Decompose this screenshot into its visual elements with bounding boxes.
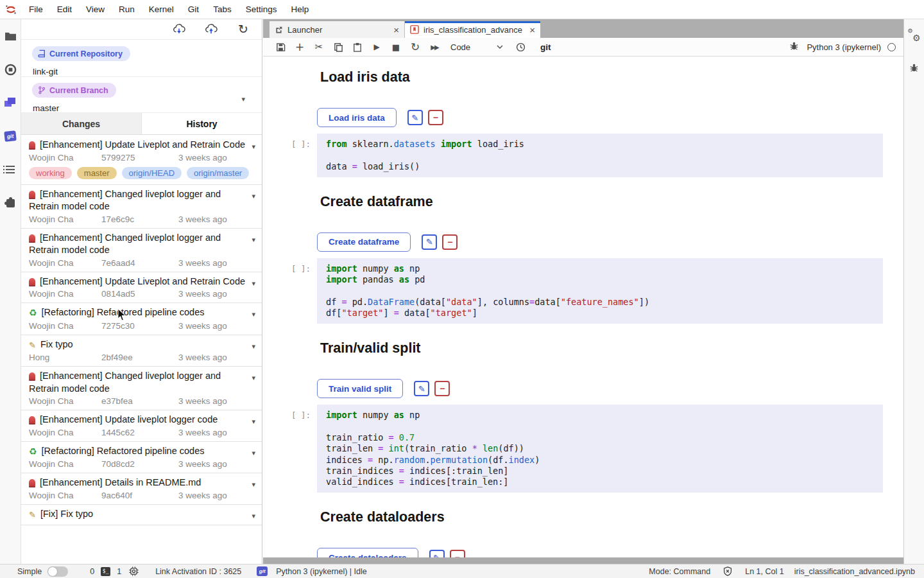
link-extension-icon[interactable]: [2, 94, 19, 112]
run-icon[interactable]: ▶: [367, 39, 386, 55]
git-push-icon[interactable]: [204, 23, 218, 36]
tab-launcher[interactable]: Launcher ×: [270, 21, 405, 38]
commit-item[interactable]: [Enhancement] Details in README.md▾Wooji…: [21, 473, 262, 505]
commit-author: Woojin Cha: [29, 428, 101, 437]
commit-date: 3 weeks ago: [178, 491, 227, 500]
commit-expand-caret[interactable]: ▾: [252, 279, 255, 288]
commit-item[interactable]: [Enhancement] Changed liveplot logger an…: [21, 367, 262, 410]
menu-file[interactable]: File: [22, 0, 50, 19]
code-line: import pandas as pd: [326, 274, 874, 285]
property-inspector-icon[interactable]: ⚙⚙: [908, 30, 921, 42]
commit-item[interactable]: [Enhancement] Update liveplot logger cod…: [21, 410, 262, 442]
running-kernels-icon[interactable]: [2, 60, 19, 78]
cut-icon[interactable]: ✂: [309, 39, 329, 55]
kernel-status-icon[interactable]: [887, 43, 896, 51]
minus-icon: −: [447, 238, 452, 247]
code-cell[interactable]: import numpy as npimport pandas as pd df…: [317, 258, 883, 324]
menu-edit[interactable]: Edit: [50, 0, 79, 19]
cell-action-button[interactable]: Create dataloaders: [317, 548, 418, 557]
repository-name: link-git: [33, 67, 262, 76]
branch-dropdown-caret[interactable]: ▾: [241, 95, 245, 103]
code-line: train_ratio = 0.7: [326, 432, 874, 443]
add-cell-icon[interactable]: +: [290, 39, 309, 55]
tab-notebook[interactable]: iris_classification_advance ×: [405, 21, 540, 38]
close-tab-icon[interactable]: ×: [529, 25, 535, 35]
commit-item[interactable]: [Enhancement] Update Liveplot and Retrai…: [21, 272, 262, 304]
menu-tabs[interactable]: Tabs: [206, 0, 239, 19]
cursor-position[interactable]: Ln 1, Col 1: [745, 567, 783, 576]
edit-cell-button[interactable]: ✎: [407, 110, 423, 125]
tab-changes[interactable]: Changes: [21, 113, 142, 134]
commit-item[interactable]: ♻[Refactoring] Refactored pipeline codes…: [21, 303, 262, 335]
commit-expand-caret[interactable]: ▾: [252, 310, 255, 319]
file-browser-icon[interactable]: [2, 27, 19, 45]
chevron-down-icon: [497, 45, 503, 49]
code-cell[interactable]: import numpy as np train_ratio = 0.7trai…: [317, 405, 883, 493]
commit-expand-caret[interactable]: ▾: [252, 449, 255, 457]
edit-cell-button[interactable]: ✎: [422, 234, 437, 250]
commit-author: Woojin Cha: [29, 491, 101, 500]
commit-title: [Enhancement] Update liveplot logger cod…: [29, 414, 245, 426]
history-clock-icon[interactable]: [511, 39, 530, 55]
commit-expand-caret[interactable]: ▾: [252, 480, 255, 489]
commit-title: [Enhancement] Changed liveplot logger an…: [29, 188, 245, 213]
commit-item[interactable]: [Enhancement] Changed liveplot logger an…: [21, 185, 262, 229]
copy-icon[interactable]: [329, 39, 348, 55]
edit-cell-button[interactable]: ✎: [429, 550, 445, 557]
kernel-status-text[interactable]: Python 3 (ipykernel) | Idle: [276, 567, 367, 576]
kernel-name[interactable]: Python 3 (ipykernel): [807, 42, 881, 52]
restart-run-all-icon[interactable]: ▶▶: [425, 39, 444, 55]
close-tab-icon[interactable]: ×: [393, 25, 399, 35]
delete-cell-button[interactable]: −: [450, 550, 465, 557]
cell-action-button[interactable]: Load iris data: [317, 108, 397, 127]
cell-action-button[interactable]: Train valid split: [317, 379, 403, 398]
menu-view[interactable]: View: [79, 0, 112, 19]
commit-meta: Woojin Cha57992753 weeks ago: [29, 153, 245, 162]
debugger-sidebar-icon[interactable]: [909, 63, 919, 75]
delete-cell-button[interactable]: −: [434, 381, 450, 396]
commit-expand-caret[interactable]: ▾: [252, 192, 255, 200]
commit-hash: 17e6c9c: [101, 215, 178, 224]
commit-expand-caret[interactable]: ▾: [252, 374, 255, 382]
code-cell[interactable]: from sklearn.datasets import load_iris d…: [317, 134, 883, 177]
left-activity-bar: git: [0, 19, 21, 564]
git-sidebar-icon[interactable]: git: [2, 127, 19, 145]
commit-expand-caret[interactable]: ▾: [252, 417, 255, 426]
commit-item[interactable]: ♻[Refactoring] Refactored pipeline codes…: [21, 442, 262, 474]
commit-item[interactable]: ✎[Fix] Fix typo▾: [21, 505, 262, 526]
commit-expand-caret[interactable]: ▾: [252, 143, 255, 151]
table-of-contents-icon[interactable]: [2, 161, 19, 179]
paste-icon[interactable]: [348, 39, 367, 55]
menu-settings[interactable]: Settings: [239, 0, 284, 19]
cell-type-select[interactable]: Code: [450, 42, 503, 52]
cell-action-button[interactable]: Create dataframe: [317, 232, 411, 252]
save-icon[interactable]: [271, 39, 290, 55]
delete-cell-button[interactable]: −: [442, 234, 458, 250]
commit-expand-caret[interactable]: ▾: [252, 512, 255, 520]
commit-item[interactable]: ✎Fix typo▾Hong2bf49ee3 weeks ago: [21, 335, 262, 367]
menu-kernel[interactable]: Kernel: [142, 0, 181, 19]
edit-cell-button[interactable]: ✎: [414, 381, 429, 396]
git-pull-icon[interactable]: [172, 23, 186, 36]
debugger-bug-icon[interactable]: [789, 41, 799, 53]
commit-title-text: Fix typo: [40, 339, 73, 349]
commit-expand-caret[interactable]: ▾: [252, 342, 255, 351]
simple-mode-toggle[interactable]: [47, 566, 68, 577]
commit-meta: Woojin Cha70d8cd23 weeks ago: [29, 459, 245, 469]
git-toolbar-button[interactable]: git: [540, 42, 551, 52]
menu-git[interactable]: Git: [181, 0, 206, 19]
delete-cell-button[interactable]: −: [428, 110, 443, 125]
tab-history[interactable]: History: [142, 113, 262, 134]
horizontal-scrollbar[interactable]: [263, 557, 903, 564]
commit-expand-caret[interactable]: ▾: [252, 236, 255, 244]
refresh-icon[interactable]: ↻: [236, 23, 250, 36]
commit-item[interactable]: [Enhancement] Changed liveplot logger an…: [21, 229, 262, 272]
current-repository-section: Current Repository link-git: [21, 40, 262, 77]
stop-icon[interactable]: ■: [386, 39, 406, 55]
menu-help[interactable]: Help: [284, 0, 316, 19]
restart-kernel-icon[interactable]: ↻: [406, 39, 425, 55]
menu-run[interactable]: Run: [112, 0, 142, 19]
commit-author: Woojin Cha: [29, 396, 101, 406]
commit-item[interactable]: [Enhancement] Update Liveplot and Retrai…: [21, 136, 262, 185]
extensions-icon[interactable]: [2, 194, 19, 212]
